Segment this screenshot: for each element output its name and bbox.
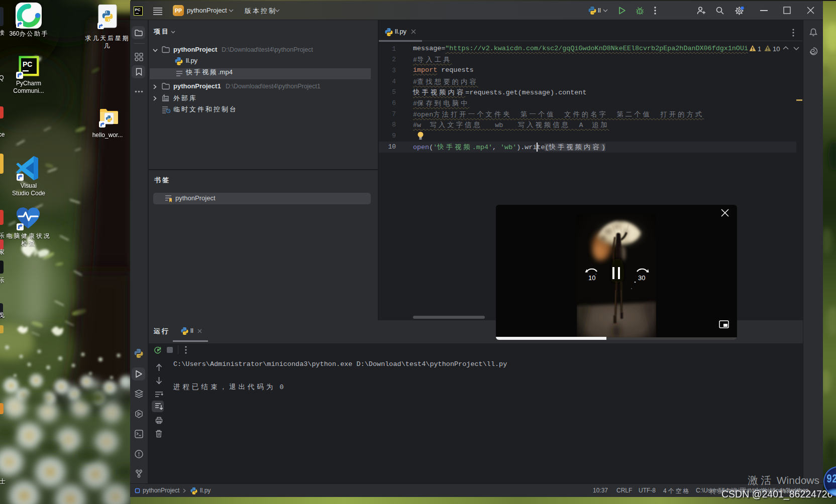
svg-text:PC: PC: [23, 60, 32, 68]
svg-text:1: 1: [758, 45, 761, 53]
svg-text:30: 30: [638, 274, 645, 282]
svg-text:10: 10: [588, 274, 595, 282]
svg-text:10: 10: [773, 45, 780, 53]
